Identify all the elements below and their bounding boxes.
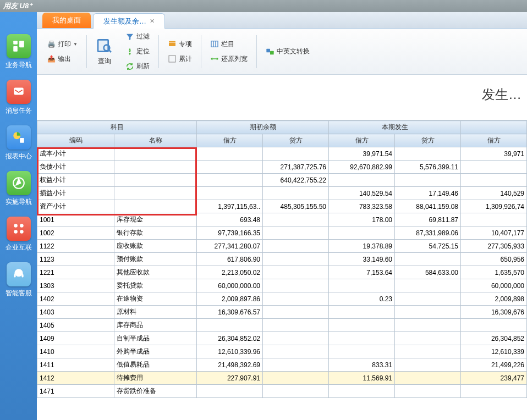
sidebar-item-messages[interactable]: 消息任务: [6, 80, 32, 115]
sidebar-item-support[interactable]: 智能客服: [6, 262, 32, 298]
col-credit1[interactable]: 贷方: [263, 134, 329, 147]
svg-rect-0: [13, 41, 18, 45]
col-credit2[interactable]: 贷方: [395, 134, 461, 147]
search-icon: [96, 37, 113, 54]
svg-rect-21: [270, 51, 274, 54]
svg-point-10: [20, 230, 23, 234]
print-button[interactable]: 🖨️ 打印 ▼: [45, 38, 80, 50]
special-icon: [168, 40, 177, 48]
table-row[interactable]: 1403原材料16,309,676.5716,309,676: [37, 306, 527, 319]
svg-rect-18: [169, 56, 175, 62]
svg-rect-2: [19, 41, 24, 47]
support-icon: [7, 262, 31, 286]
refresh-icon: [125, 62, 134, 71]
restore-width-button[interactable]: 还原列宽: [208, 53, 250, 65]
table-row[interactable]: 权益小计640,422,755.22: [37, 174, 527, 187]
connect-icon: [7, 217, 31, 241]
sidebar-item-biznav[interactable]: 业务导航: [6, 34, 32, 70]
special-button[interactable]: 专项: [166, 38, 194, 50]
svg-rect-19: [211, 41, 218, 47]
table-row[interactable]: 1405库存商品: [37, 319, 527, 332]
col-current[interactable]: 本期发生: [329, 121, 461, 134]
accum-checkbox[interactable]: 累计: [166, 53, 194, 65]
col-code[interactable]: 编码: [37, 134, 114, 147]
svg-rect-20: [266, 48, 270, 52]
svg-rect-3: [14, 87, 23, 95]
table-row[interactable]: 1410外购半成品12,610,339.9612,610,339: [37, 345, 527, 358]
tab-current[interactable]: 发生额及余… ✕: [93, 13, 165, 29]
restore-icon: [210, 54, 219, 63]
close-icon[interactable]: ✕: [150, 18, 155, 25]
messages-icon: [7, 80, 31, 104]
svg-point-9: [14, 230, 17, 234]
svg-rect-13: [21, 274, 23, 277]
sidebar: 业务导航 消息任务 报表中心 实施导航 企业互联: [0, 12, 37, 420]
tab-desktop[interactable]: 我的桌面: [42, 13, 91, 28]
svg-rect-5: [20, 138, 24, 143]
app-title: 用友 U8⁺: [3, 2, 32, 10]
export-icon: 📤: [47, 54, 56, 63]
svg-rect-1: [13, 46, 18, 52]
table-row[interactable]: 1411低值易耗品21,498,392.69833.3121,499,226: [37, 358, 527, 372]
refresh-button[interactable]: 刷新: [123, 60, 152, 72]
filter-button[interactable]: 过滤: [123, 31, 152, 42]
biznav-icon: [7, 34, 31, 58]
svg-point-7: [14, 224, 17, 228]
translate-icon: [266, 47, 275, 56]
svg-rect-17: [169, 41, 175, 46]
title-bar: 用友 U8⁺: [0, 0, 527, 12]
table-row[interactable]: 1221其他应收款2,213,050.027,153.64584,633.001…: [37, 266, 527, 279]
columns-button[interactable]: 栏目: [208, 38, 250, 50]
sidebar-item-impl[interactable]: 实施导航: [6, 171, 32, 207]
sidebar-item-connect[interactable]: 企业互联: [6, 217, 32, 252]
table-row[interactable]: 1303委托贷款60,000,000.0060,000,000: [37, 279, 527, 292]
cn-en-button[interactable]: 中英文转换: [264, 46, 312, 57]
col-name[interactable]: 名称: [114, 134, 197, 147]
table-row[interactable]: 1001库存现金693.48178.0069,811.87: [37, 213, 527, 226]
locate-icon: [125, 47, 134, 56]
ribbon: 🖨️ 打印 ▼ 📤 输出 查询: [37, 29, 527, 75]
table-row[interactable]: 1402在途物资2,009,897.860.232,009,898: [37, 292, 527, 306]
report-title: 发生…: [37, 75, 527, 120]
svg-point-16: [129, 51, 131, 52]
reports-icon: [7, 125, 31, 150]
table-row[interactable]: 负债小计271,387,725.7692,670,882.995,576,399…: [37, 161, 527, 174]
locate-button[interactable]: 定位: [123, 46, 152, 57]
tab-bar: 我的桌面 发生额及余… ✕: [37, 12, 527, 29]
table-row[interactable]: 1412待摊费用227,907.9111,569.91239,477: [37, 372, 527, 385]
table-row[interactable]: 1471存货跌价准备: [37, 385, 527, 398]
chevron-down-icon: ▼: [73, 42, 78, 47]
columns-icon: [210, 40, 219, 48]
checkbox-icon: [168, 54, 177, 63]
col-debit1[interactable]: 借方: [197, 134, 263, 147]
table-row[interactable]: 资产小计1,397,115,63..485,305,155.50783,323.…: [37, 200, 527, 213]
col-debit2[interactable]: 借方: [329, 134, 395, 147]
svg-point-8: [20, 224, 23, 228]
data-grid[interactable]: 科目 期初余额 本期发生 编码 名称 借方 贷方 借方 贷方 借方: [37, 120, 527, 420]
col-debit3[interactable]: 借方: [461, 134, 527, 147]
table-row[interactable]: 损益小计140,529.5417,149.46140,529: [37, 187, 527, 200]
table-row[interactable]: 1002银行存款97,739,166.3587,331,989.0610,407…: [37, 226, 527, 240]
table-row[interactable]: 1123预付账款617,806.9033,149.60650,956: [37, 253, 527, 266]
svg-rect-12: [14, 274, 15, 277]
compass-icon: [7, 171, 31, 195]
col-subject[interactable]: 科目: [37, 121, 197, 134]
sidebar-item-reports[interactable]: 报表中心: [6, 125, 32, 161]
table-row[interactable]: 1122应收账款277,341,280.0719,378.8954,725.15…: [37, 240, 527, 253]
col-begin[interactable]: 期初余额: [197, 121, 329, 134]
query-button[interactable]: 查询: [94, 36, 116, 67]
filter-icon: [125, 32, 134, 41]
table-row[interactable]: 成本小计39,971.5439,971: [37, 147, 527, 161]
output-button[interactable]: 📤 输出: [45, 53, 80, 65]
print-icon: 🖨️: [47, 40, 56, 48]
table-row[interactable]: 1409自制半成品26,304,852.0226,304,852: [37, 332, 527, 345]
